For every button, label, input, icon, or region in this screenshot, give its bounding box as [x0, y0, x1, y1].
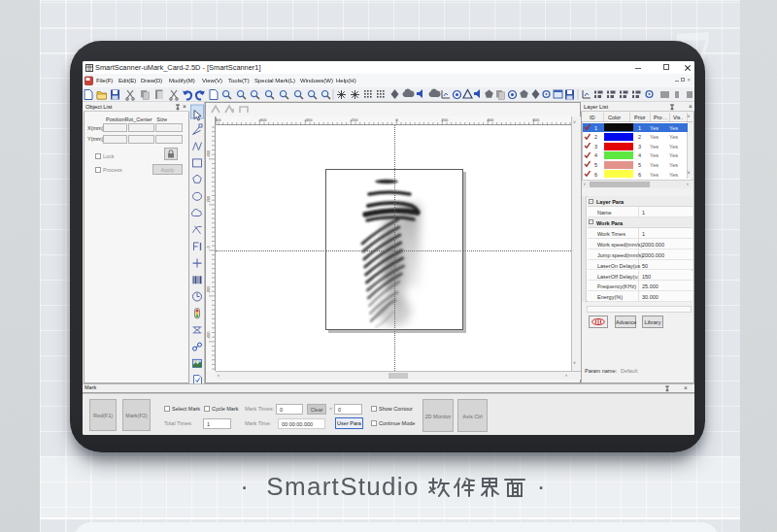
svg-text:400: 400 — [206, 150, 211, 156]
svg-text:-200: -200 — [351, 117, 359, 122]
svg-text:200: 200 — [442, 117, 449, 122]
svg-text:400: 400 — [488, 117, 494, 122]
svg-text:0: 0 — [206, 246, 211, 249]
svg-text:-800: -800 — [216, 117, 221, 122]
svg-text:-400: -400 — [206, 331, 211, 340]
svg-text:-600: -600 — [259, 117, 268, 122]
svg-text:600: 600 — [533, 117, 540, 122]
svg-text:200: 200 — [206, 195, 211, 202]
svg-text:0: 0 — [396, 117, 399, 122]
svg-text:-400: -400 — [305, 117, 314, 122]
svg-text:-200: -200 — [206, 285, 211, 294]
